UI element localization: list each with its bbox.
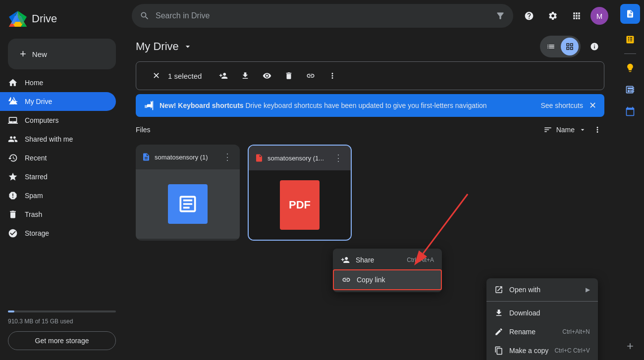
sidebar-item-starred-label: Starred [25,173,48,181]
context-make-copy[interactable]: Make a copy Ctrl+C Ctrl+V [486,341,598,360]
docs-panel-icon[interactable] [620,4,640,24]
share-submenu-share[interactable]: Share Ctrl+Alt+A [333,251,442,269]
help-button[interactable] [519,6,539,26]
sidebar-item-starred[interactable]: Starred [0,167,116,186]
drive-title-dropdown-icon[interactable] [183,42,193,51]
app-name: Drive [32,12,57,25]
right-panel [616,0,644,360]
person-add-icon [219,71,228,80]
settings-icon [548,11,558,21]
copy-link-item[interactable]: Copy link [333,269,442,290]
new-button-label: New [32,50,47,58]
share-submenu-share-icon [341,256,350,264]
file2-card-header: somatosensory (1... ⋮ [249,146,351,170]
toolbar-share-user-button[interactable] [214,66,233,86]
files-area: Files Name somatosensory (1) [124,123,616,360]
see-shortcuts-button[interactable]: See shortcuts [540,102,583,109]
pdf-large-icon: PDF [280,180,320,230]
context-rename-left: Rename [494,327,536,336]
toolbar-delete-button[interactable] [279,66,299,86]
files-more-icon [593,125,602,134]
topbar: M [124,0,616,32]
context-rename[interactable]: Rename Ctrl+Alt+N [486,322,598,341]
sidebar-item-home[interactable]: Home [0,73,116,92]
keep-icon [625,63,635,73]
selection-close-button[interactable]: ✕ [148,68,164,84]
toolbar-preview-button[interactable] [257,66,277,86]
open-with-arrow: ▶ [586,286,590,293]
tasks-panel-icon[interactable] [620,80,640,100]
file-card-header-left: somatosensory (1) [142,153,208,161]
drive-logo-icon [8,9,28,29]
context-menu: Open with ▶ Download Rename [486,278,598,360]
search-input[interactable] [156,11,489,20]
sidebar-item-my-drive[interactable]: My Drive [0,92,116,111]
files-more-button[interactable] [590,123,604,137]
files-section-title: Files [136,126,151,134]
sidebar-item-recent[interactable]: Recent [0,149,116,167]
calendar-panel-icon[interactable] [620,102,640,121]
toolbar-actions [214,66,342,86]
notification-banner: New! Keyboard shortcuts Drive keyboard s… [136,94,604,117]
docs-icon [626,9,635,18]
sidebar-item-computers-label: Computers [25,116,58,124]
keep-panel-icon[interactable] [620,58,640,78]
plus-icon: + [20,48,26,60]
search-bar[interactable] [132,4,513,28]
context-make-copy-left: Make a copy [494,346,548,355]
sidebar-item-shared-label: Shared with me [25,135,73,143]
sidebar-item-spam[interactable]: Spam [0,186,116,205]
add-panel-icon[interactable] [620,336,640,356]
file-card-header: somatosensory (1) ⋮ [136,145,240,169]
sidebar-item-trash[interactable]: Trash [0,205,116,224]
file-card-pdf[interactable]: somatosensory (1... ⋮ PDF [248,145,352,241]
rename-icon [494,327,503,336]
share-submenu-share-label: Share [356,256,374,264]
drive-title[interactable]: My Drive [136,40,193,53]
storage-icon [8,228,18,238]
file2-name: somatosensory (1... [268,154,324,162]
files-sort[interactable]: Name [543,123,604,137]
download-icon [241,71,250,80]
megaphone-icon [144,101,154,110]
file2-more-button[interactable]: ⋮ [332,151,345,165]
search-filter-icon[interactable] [495,11,505,21]
grid-view-icon [565,42,574,51]
topbar-actions: M [519,6,608,26]
context-rename-shortcut: Ctrl+Alt+N [562,328,590,335]
user-avatar[interactable]: M [590,7,608,25]
sidebar-item-computers[interactable]: Computers [0,111,116,130]
get-more-storage-button[interactable]: Get more storage [8,331,116,350]
sidebar-item-spam-label: Spam [25,192,43,200]
doc-file-icon [142,153,151,161]
info-button[interactable] [585,37,604,56]
delete-icon [284,71,293,80]
sidebar-item-storage[interactable]: Storage [0,224,116,243]
file1-name: somatosensory (1) [155,154,208,161]
apps-icon [572,11,582,21]
new-button[interactable]: + New [8,39,116,69]
list-view-button[interactable] [542,38,560,55]
files-grid-container: somatosensory (1) ⋮ [136,145,604,241]
apps-button[interactable] [567,6,587,26]
toolbar-link-button[interactable] [301,66,321,86]
context-divider-1 [486,301,598,302]
view-toggle [540,36,581,57]
toolbar-download-button[interactable] [235,66,255,86]
sheets-panel-icon[interactable] [620,30,640,50]
context-download[interactable]: Download [486,304,598,322]
toolbar-more-button[interactable] [322,66,342,86]
selection-count: 1 selected [168,72,202,80]
copy-link-icon [342,275,351,284]
file-card-doc[interactable]: somatosensory (1) ⋮ [136,145,240,241]
settings-button[interactable] [543,6,563,26]
file1-more-button[interactable]: ⋮ [221,150,234,164]
sort-icon [543,125,552,134]
context-open-with[interactable]: Open with ▶ [486,280,598,299]
banner-close-button[interactable]: ✕ [589,100,596,111]
context-open-with-label: Open with [509,286,540,294]
clock-icon [8,153,18,163]
app-logo[interactable]: Drive [0,4,124,39]
grid-view-button[interactable] [561,38,579,55]
sidebar-item-shared-with-me[interactable]: Shared with me [0,130,116,149]
